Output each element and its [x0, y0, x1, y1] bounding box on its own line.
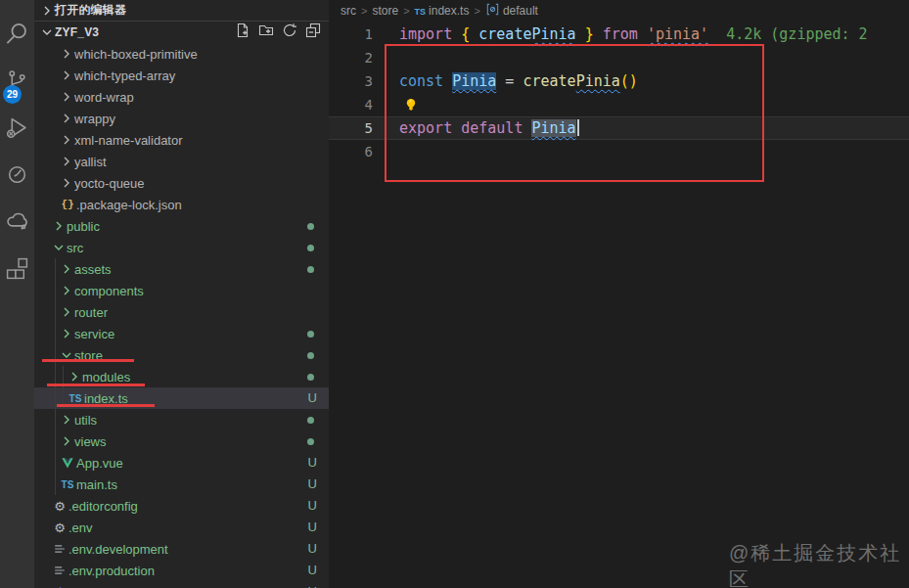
- watermark: @稀土掘金技术社区: [729, 540, 909, 588]
- chevron-right-icon: [59, 154, 74, 169]
- tree-item-.env.production[interactable]: .env.productionU: [34, 560, 329, 581]
- chevron-right-icon: [59, 326, 74, 341]
- tree-item-label: assets: [74, 262, 112, 277]
- tree-item-label: views: [74, 434, 107, 449]
- tree-item-label: .editorconfig: [68, 499, 138, 514]
- editor-pane: src>store>TSindex.ts>default 123456 impo…: [329, 0, 909, 588]
- code-token: import: [399, 25, 461, 43]
- cloud-icon: [5, 208, 30, 238]
- chevron-right-icon: [59, 261, 74, 277]
- chevron-right-icon: [67, 369, 82, 384]
- breadcrumb-item-default[interactable]: default: [485, 2, 538, 20]
- code-line-1[interactable]: import { createPinia } from 'pinia' 4.2k…: [399, 23, 909, 46]
- git-modified-dot: [307, 245, 314, 251]
- code-line-6[interactable]: [399, 140, 909, 163]
- tree-item-xml-name-validator[interactable]: xml-name-validator: [34, 129, 329, 151]
- line-number: 2: [329, 46, 373, 69]
- breadcrumb-item-index.ts[interactable]: TSindex.ts: [415, 4, 470, 18]
- tree-item-App.vue[interactable]: App.vueU: [34, 452, 329, 474]
- code-content[interactable]: import { createPinia } from 'pinia' 4.2k…: [399, 23, 909, 163]
- breadcrumb-item-store[interactable]: store: [372, 4, 398, 18]
- tree-item-.env.development[interactable]: .env.developmentU: [34, 538, 329, 560]
- chevron-right-icon: [59, 433, 74, 449]
- tree-item-src[interactable]: src: [34, 237, 329, 258]
- git-modified-dot: [307, 438, 314, 445]
- chevron-right-icon: [59, 283, 74, 298]
- code-line-2[interactable]: [399, 46, 909, 69]
- tree-item-.env[interactable]: ⚙.envU: [34, 517, 329, 538]
- code-token: 'pinia': [647, 25, 708, 43]
- tree-item-yallist[interactable]: yallist: [34, 151, 329, 172]
- open-editors-header[interactable]: 打开的编辑器: [34, 0, 329, 22]
- timer-extension-button[interactable]: [0, 153, 34, 200]
- annotation-underline: [57, 404, 155, 407]
- git-untracked-badge: U: [308, 541, 317, 556]
- chevron-right-icon: [59, 412, 74, 428]
- line-number: 3: [329, 69, 373, 93]
- git-modified-dot: [307, 417, 314, 424]
- tree-item-router[interactable]: router: [34, 301, 329, 323]
- git-modified-dot: [307, 331, 314, 338]
- tree-item-label: public: [67, 219, 100, 234]
- git-modified-dot: [307, 266, 314, 273]
- code-line-4[interactable]: [399, 93, 909, 116]
- breadcrumb-label: default: [503, 4, 538, 18]
- tree-item-components[interactable]: components: [34, 280, 329, 301]
- tree-item-label: yallist: [74, 155, 107, 169]
- vscode-window: 29 打开的编辑器 ZYF_V3 which-boxed-primitivewh…: [0, 0, 909, 588]
- tree-item-yocto-queue[interactable]: yocto-queue: [34, 172, 329, 194]
- scm-badge: 29: [3, 85, 22, 104]
- run-and-debug-button[interactable]: [0, 106, 34, 153]
- tree-item-wrappy[interactable]: wrappy: [34, 108, 329, 129]
- project-header[interactable]: ZYF_V3: [34, 22, 329, 43]
- ts-file-icon: TS: [67, 393, 84, 404]
- refresh-icon: [282, 23, 297, 42]
- code-line-3[interactable]: const Pinia = createPinia(): [399, 69, 909, 93]
- tree-item-label: main.ts: [76, 477, 117, 492]
- tree-item-word-wrap[interactable]: word-wrap: [34, 86, 329, 108]
- tree-item-utils[interactable]: utils: [34, 409, 329, 430]
- breadcrumb-separator: >: [361, 5, 367, 17]
- clock-icon: [5, 162, 29, 191]
- source-control-button[interactable]: 29: [0, 59, 34, 106]
- git-untracked-badge: U: [308, 498, 317, 513]
- ts-file-icon: TS: [59, 479, 76, 490]
- code-area[interactable]: 123456 import { createPinia } from 'pini…: [329, 22, 909, 588]
- tree-item-.package-lock.json[interactable]: {}.package-lock.json: [34, 194, 329, 215]
- tree-item-public[interactable]: public: [34, 215, 329, 237]
- new-folder-button[interactable]: [255, 23, 276, 42]
- activity-bar: 29: [0, 0, 34, 588]
- breadcrumb-item-src[interactable]: src: [341, 4, 356, 18]
- code-token: Pinia: [531, 119, 575, 137]
- tree-item-service[interactable]: service: [34, 323, 329, 344]
- tree-item-.eslintrc.js[interactable]: .eslintrc.jsU: [34, 581, 329, 588]
- tree-item-label: which-typed-array: [74, 68, 175, 83]
- tree-item-views[interactable]: views: [34, 430, 329, 452]
- text-cursor: [577, 119, 579, 136]
- new-file-button[interactable]: [232, 23, 252, 42]
- tree-item-which-boxed-primitive[interactable]: which-boxed-primitive: [34, 43, 329, 65]
- gear-file-icon: ⚙: [51, 500, 68, 513]
- tree-item-label: modules: [82, 370, 130, 384]
- tree-item-main.ts[interactable]: TSmain.tsU: [34, 474, 329, 495]
- code-line-5[interactable]: export default Pinia: [399, 116, 909, 140]
- chevron-right-icon: [39, 3, 55, 19]
- new-file-icon: [235, 23, 250, 42]
- tree-item-label: router: [74, 305, 108, 320]
- tree-item-.editorconfig[interactable]: ⚙.editorconfigU: [34, 495, 329, 517]
- collapse-all-button[interactable]: [302, 23, 323, 42]
- list-file-icon: [51, 542, 68, 556]
- chevron-right-icon: [59, 111, 74, 126]
- tree-item-label: .package-lock.json: [76, 198, 182, 212]
- tree-item-assets[interactable]: assets: [34, 258, 329, 280]
- layout-extension-button[interactable]: [0, 247, 34, 294]
- json-file-icon: {}: [59, 199, 76, 210]
- git-untracked-badge: U: [308, 455, 317, 470]
- tree-item-store[interactable]: store: [34, 344, 329, 366]
- cloud-extension-button[interactable]: [0, 200, 34, 247]
- breadcrumb-label: store: [372, 4, 398, 18]
- refresh-button[interactable]: [279, 23, 299, 42]
- search-button[interactable]: [0, 12, 34, 59]
- line-number: 6: [329, 140, 373, 163]
- tree-item-which-typed-array[interactable]: which-typed-array: [34, 65, 329, 86]
